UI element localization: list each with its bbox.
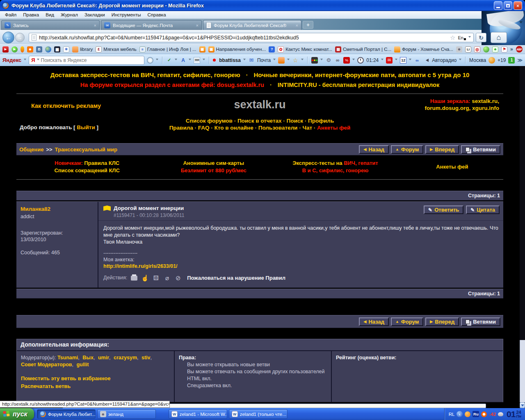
tab-forum-active[interactable]: Форум Клуба Любителей Секса®: Дор... × (203, 20, 301, 30)
task-zeland-folder[interactable]: ☻ зеланд (97, 409, 156, 419)
counter-icon[interactable]: 1 (508, 57, 515, 64)
ad-link-parties[interactable]: Ночные вечеринки, интернет-форумские пат… (254, 71, 470, 78)
yandex-time[interactable]: 01:24 (366, 57, 379, 63)
chevron-down-icon[interactable] (301, 59, 304, 62)
tray-temperature[interactable]: -42 (489, 412, 496, 417)
chevron-down-icon[interactable] (273, 59, 276, 62)
moderator-link[interactable]: umir (98, 355, 109, 361)
toolbar-overflow-chevron[interactable]: ≫ (517, 57, 523, 63)
tray-clock[interactable]: 01 24 Пн (507, 409, 521, 419)
menu-tools[interactable]: Инструменты (108, 11, 144, 18)
translit-icon[interactable]: ЯR (194, 57, 200, 64)
bookmark-smetny[interactable]: Сметный Портал | С... (335, 46, 391, 52)
menu-edit[interactable]: Правка (20, 11, 42, 18)
forward-thread-button[interactable]: ▶Вперед (425, 145, 459, 154)
gear-icon[interactable]: ⚙ (325, 57, 332, 64)
breadcrumb-section[interactable]: Общение (19, 146, 43, 153)
leaf-icon[interactable] (492, 46, 498, 52)
yandex-search-input[interactable] (41, 57, 142, 63)
ignore-eye-icon[interactable]: ⌀ (163, 274, 171, 281)
chevron-down-icon[interactable] (459, 59, 461, 62)
tray-ring-icon[interactable] (481, 411, 487, 417)
keyboard-layout-indicator[interactable]: En (458, 35, 466, 40)
mirror-link-1[interactable]: sextalk.ru, (472, 98, 499, 104)
chevron-down-icon[interactable] (320, 59, 323, 62)
task-firefox[interactable]: Форум Клуба Любит... (37, 409, 96, 419)
menu-view[interactable]: Вид (42, 11, 57, 18)
vk-icon[interactable] (36, 46, 42, 52)
menu-history[interactable]: Журнал (57, 11, 81, 18)
tab-close-icon[interactable]: × (293, 23, 298, 28)
threaded-view-button[interactable]: Ветвями (461, 317, 500, 326)
mirror-link-2[interactable]: forum.dosug.org, xguru.info (425, 105, 499, 111)
home-button[interactable]: ⌂ (491, 32, 507, 43)
adblock-icon[interactable]: ABP (516, 46, 523, 52)
play-icon[interactable] (11, 46, 18, 52)
restore-button[interactable] (504, 1, 512, 10)
tray-mouse-icon[interactable] (498, 412, 503, 416)
tab-yandex-mail[interactable]: ✉ Входящие — Яндекс.Почта × (101, 20, 202, 30)
tray-layout-indicator[interactable]: Ru (472, 411, 479, 417)
rules-link[interactable]: Правила КЛС (84, 160, 119, 166)
task-word-doc1[interactable]: W zeland1 - Microsoft W... (169, 409, 227, 419)
back-thread-button[interactable]: ◀Назад (359, 317, 388, 326)
scroll-down-arrow[interactable] (520, 402, 525, 408)
bookmark-napravleniya[interactable]: Направления обучен... (208, 46, 266, 52)
flame-icon[interactable] (21, 46, 24, 52)
spellcheck-icon[interactable]: ✓ (166, 57, 172, 64)
forward-button[interactable]: → (15, 33, 25, 42)
odnoklassniki-icon[interactable] (27, 46, 33, 52)
back-button[interactable]: ← (2, 32, 14, 43)
tab-close-icon[interactable]: × (91, 23, 96, 28)
chevron-down-icon[interactable] (409, 59, 411, 62)
report-link[interactable]: Пожаловаться на нарушение Правил (187, 274, 285, 281)
back-thread-button[interactable]: ◀Назад (359, 145, 388, 154)
threaded-view-button[interactable]: Ветвями (461, 145, 500, 154)
notice-fey-link[interactable]: Анкеты фей (401, 163, 503, 171)
favorites-star-icon[interactable]: ☆ (292, 57, 299, 64)
ad-link-intimcity[interactable]: INTIMCITY.RU - бесплатная регистрация ин… (278, 82, 439, 88)
translate-icon[interactable]: А (180, 57, 186, 64)
radio-label[interactable]: Авторадио (432, 57, 457, 63)
map-icon[interactable] (501, 46, 507, 52)
chevron-down-icon[interactable] (189, 59, 191, 62)
chevron-down-icon[interactable] (243, 59, 246, 62)
bookmark-library[interactable]: library (72, 46, 93, 52)
tab-notes[interactable]: ✎ Запись × (1, 20, 100, 30)
moderator-link[interactable]: crazysym (114, 355, 137, 361)
chevron-down-icon[interactable] (156, 59, 158, 62)
youtube-icon[interactable] (2, 46, 9, 52)
person-icon[interactable] (456, 46, 462, 52)
reload-button[interactable]: ↻ (476, 33, 486, 42)
tab-close-icon[interactable]: × (194, 23, 199, 28)
bookmark-star-icon[interactable]: ☆ (450, 34, 455, 41)
breadcrumb-topic[interactable]: Транссексуальный мир (55, 146, 117, 153)
ad-link-tests[interactable]: Доставка экспресс-тестов на ВИЧ, гепатит… (50, 71, 240, 78)
chevron-down-icon[interactable] (24, 59, 26, 62)
chevron-down-icon[interactable] (468, 36, 471, 39)
moderator-link[interactable]: stiv (142, 355, 151, 361)
start-button[interactable]: пуск (0, 408, 34, 420)
pages-label[interactable]: Страницы: 1 (468, 291, 500, 297)
moderator-link[interactable]: gullit (76, 362, 89, 368)
chevron-down-icon[interactable] (37, 59, 39, 62)
traffic-jam-icon[interactable] (311, 57, 318, 64)
search-balloon-icon[interactable] (147, 57, 153, 64)
menu-help[interactable]: Справка (144, 11, 169, 18)
target-icon[interactable] (474, 46, 480, 52)
menu-bookmarks[interactable]: Закладки (81, 11, 108, 18)
chevron-down-icon[interactable] (381, 59, 383, 62)
chevron-down-icon[interactable] (287, 59, 290, 62)
chevron-down-icon[interactable] (203, 59, 205, 62)
globe-icon[interactable] (45, 46, 51, 52)
sphere-icon[interactable] (483, 46, 489, 52)
ad-link-dosug[interactable]: На форуме открылся раздел с анкетами фей… (80, 82, 264, 88)
bookmark-kaktus[interactable]: Кактус Микс комнат... (278, 46, 332, 52)
keys-icon[interactable]: ∞ (334, 57, 341, 64)
scrollbar-track[interactable] (520, 340, 525, 402)
li-icon[interactable] (465, 46, 471, 52)
yandex-disk-icon[interactable] (278, 57, 285, 64)
abbreviations-link[interactable]: Список сокращений КЛС (16, 167, 158, 174)
grid-icon[interactable] (54, 46, 60, 52)
yandex-username[interactable]: bbattissa (219, 57, 241, 63)
